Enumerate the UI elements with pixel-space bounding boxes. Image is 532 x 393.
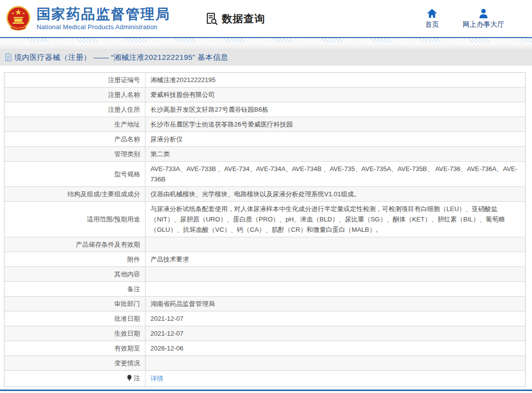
row-value: 2021-12-07 bbox=[145, 311, 526, 326]
row-label: 附件 bbox=[4, 252, 145, 267]
nav-home-label: 首页 bbox=[425, 20, 439, 29]
page-title-bar: 境内医疗器械（注册） —— “湘械注准20212222195” 基本信息 bbox=[0, 49, 532, 66]
data-query-label: 数据查询 bbox=[222, 12, 265, 26]
table-row: 注册人住所长沙高新开发区文轩路27号麓谷钰园B6栋 bbox=[4, 102, 526, 117]
table-row: 适用范围/预期用途与尿液分析试纸条配套使用，对人体尿液样本中生化成分进行半定量或… bbox=[4, 202, 526, 237]
row-label: 有效期至 bbox=[4, 341, 145, 356]
table-row: 注册证编号湘械注准20212222195 bbox=[4, 73, 526, 87]
row-value bbox=[145, 282, 526, 297]
row-value: 湘械注准20212222195 bbox=[145, 73, 526, 87]
data-query-icon bbox=[205, 12, 219, 26]
nav-service-hall-label: 网上办事大厅 bbox=[463, 20, 504, 29]
nav-service-hall[interactable]: 网上办事大厅 bbox=[463, 8, 504, 29]
hatch-pattern-band bbox=[0, 38, 532, 43]
table-row: 型号规格AVE-733A、AVE-733B 、AVE-734、AVE-734A、… bbox=[4, 162, 526, 187]
row-value: 第二类 bbox=[145, 147, 526, 162]
table-row: 附件产品技术要求 bbox=[4, 252, 526, 267]
row-label: 变更情况 bbox=[4, 356, 145, 371]
row-value: 2026-12-06 bbox=[145, 341, 526, 356]
row-value: 爱威科技股份有限公司 bbox=[145, 87, 526, 102]
data-query-entry[interactable]: 数据查询 bbox=[205, 12, 265, 26]
table-row: 变更情况 bbox=[4, 356, 526, 371]
row-value bbox=[145, 267, 526, 282]
row-label: 型号规格 bbox=[4, 162, 145, 187]
row-value: 仪器由机械模块、光学模块、电路模块以及尿液分析处理系统V1.01组成。 bbox=[145, 187, 526, 202]
row-label: 注册证编号 bbox=[4, 73, 145, 87]
row-label-note: 注 bbox=[4, 371, 145, 387]
table-row: 管理类别第二类 bbox=[4, 147, 526, 162]
note-icon bbox=[127, 375, 132, 382]
row-value: AVE-733A、AVE-733B 、AVE-734、AVE-734A、AVE-… bbox=[145, 162, 526, 187]
row-label: 注册人住所 bbox=[4, 102, 145, 117]
row-value bbox=[145, 237, 526, 252]
row-label: 生效日期 bbox=[4, 326, 145, 341]
org-name-zh: 国家药品监督管理局 bbox=[37, 6, 170, 22]
table-row: 批准日期2021-12-07 bbox=[4, 311, 526, 326]
org-name-en: National Medical Products Administration bbox=[37, 23, 170, 31]
table-row: 备注 bbox=[4, 282, 526, 297]
row-value: 尿液分析仪 bbox=[145, 132, 526, 147]
user-icon bbox=[478, 8, 489, 18]
row-value: 长沙市岳麓区学士街道茯苓路26号爱威医疗科技园 bbox=[145, 117, 526, 132]
row-label: 备注 bbox=[4, 282, 145, 297]
footer-top-line bbox=[0, 390, 532, 391]
row-value: 2021-12-07 bbox=[145, 326, 526, 341]
table-row: 生产地址长沙市岳麓区学士街道茯苓路26号爱威医疗科技园 bbox=[4, 117, 526, 132]
row-value: 长沙高新开发区文轩路27号麓谷钰园B6栋 bbox=[145, 102, 526, 117]
table-row: 其他内容 bbox=[4, 267, 526, 282]
row-label: 适用范围/预期用途 bbox=[4, 202, 145, 237]
row-value bbox=[145, 356, 526, 371]
table-row: 产品名称尿液分析仪 bbox=[4, 132, 526, 147]
row-label: 注册人名称 bbox=[4, 87, 145, 102]
table-row: 审批部门湖南省药品监督管理局 bbox=[4, 297, 526, 311]
row-label: 管理类别 bbox=[4, 147, 145, 162]
table-row: 注册人名称爱威科技股份有限公司 bbox=[4, 87, 526, 102]
page-title: 境内医疗器械（注册） —— “湘械注准20212222195” 基本信息 bbox=[14, 53, 228, 62]
row-value-note: 详情 bbox=[145, 371, 526, 387]
national-emblem-logo bbox=[5, 5, 32, 32]
home-icon bbox=[427, 8, 437, 18]
details-link[interactable]: 详情 bbox=[150, 375, 163, 382]
row-label: 审批部门 bbox=[4, 297, 145, 311]
row-label: 结构及组成/主要组成成分 bbox=[4, 187, 145, 202]
row-label: 其他内容 bbox=[4, 267, 145, 282]
row-label: 产品储存条件及有效期 bbox=[4, 237, 145, 252]
note-label-text: 注 bbox=[134, 373, 140, 383]
row-value: 与尿液分析试纸条配套使用，对人体尿液样本中生化成分进行半定量或定性检测，可检测项… bbox=[145, 202, 526, 237]
org-title-block: 国家药品监督管理局 National Medical Products Admi… bbox=[37, 6, 170, 31]
row-label: 产品名称 bbox=[4, 132, 145, 147]
gradient-band bbox=[0, 43, 532, 49]
document-icon bbox=[5, 53, 12, 61]
row-label: 批准日期 bbox=[4, 311, 145, 326]
table-row: 产品储存条件及有效期 bbox=[4, 237, 526, 252]
row-value: 湖南省药品监督管理局 bbox=[145, 297, 526, 311]
site-header: 国家药品监督管理局 National Medical Products Admi… bbox=[0, 0, 532, 37]
row-value: 产品技术要求 bbox=[145, 252, 526, 267]
table-row: 结构及组成/主要组成成分仪器由机械模块、光学模块、电路模块以及尿液分析处理系统V… bbox=[4, 187, 526, 202]
table-row: 有效期至2026-12-06 bbox=[4, 341, 526, 356]
nav-home[interactable]: 首页 bbox=[425, 8, 439, 29]
table-row: 生效日期2021-12-07 bbox=[4, 326, 526, 341]
registration-info-table: 注册证编号湘械注准20212222195 注册人名称爱威科技股份有限公司 注册人… bbox=[4, 72, 526, 387]
row-label: 生产地址 bbox=[4, 117, 145, 132]
header-nav: 首页 网上办事大厅 bbox=[425, 8, 504, 29]
table-row: 注 详情 bbox=[4, 371, 526, 387]
